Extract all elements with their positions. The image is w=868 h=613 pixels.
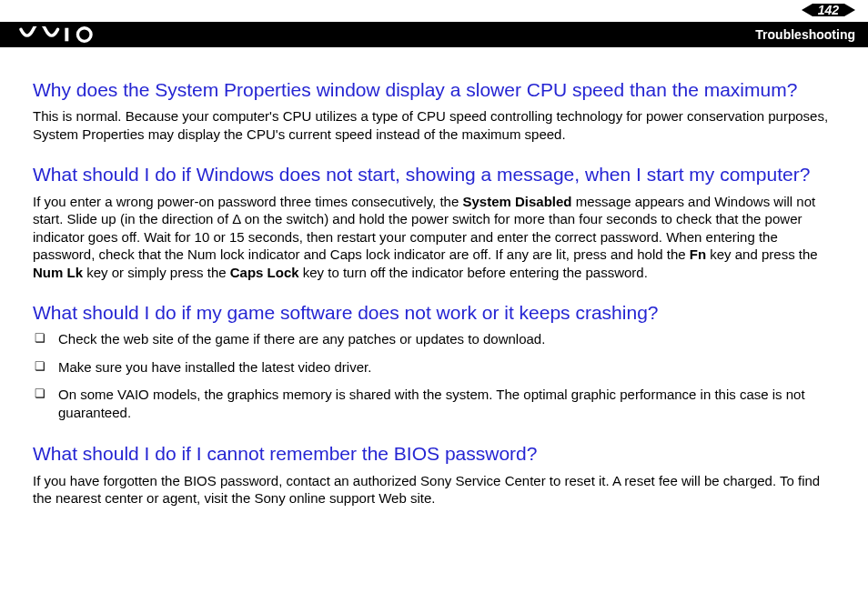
section-label: Troubleshooting [755,27,855,42]
answer-3-list: Check the web site of the game if there … [33,330,835,422]
svg-rect-0 [65,28,68,42]
answer-2-bold-capslock: Caps Lock [230,265,299,280]
prev-page-arrow[interactable] [802,4,812,16]
content-area: Why does the System Properties window di… [0,47,868,546]
question-2: What should I do if Windows does not sta… [33,163,835,186]
vaio-logo-svg [16,26,107,43]
vaio-logo [16,25,107,44]
list-item: Make sure you have installed the latest … [33,358,835,377]
answer-2-text: key or simply press the [83,265,230,280]
page-number: 142 [812,4,844,16]
question-1: Why does the System Properties window di… [33,78,835,102]
question-4: What should I do if I cannot remember th… [33,442,835,466]
svg-point-1 [77,28,91,42]
answer-2-bold-fn: Fn [690,246,706,262]
answer-4: If you have forgotten the BIOS password,… [33,472,835,507]
answer-2-text: If you enter a wrong power-on password t… [33,194,462,209]
next-page-arrow[interactable] [844,4,855,16]
page-navigator: 142 [802,4,855,16]
list-item: On some VAIO models, the graphics memory… [33,386,835,423]
header-bar: Troubleshooting [0,22,868,47]
answer-2-text: key and press the [706,246,818,262]
answer-2-bold-system-disabled: System Disabled [462,194,571,209]
top-white-bar: 142 [0,0,868,22]
answer-2-text: key to turn off the indicator before ent… [299,265,648,280]
list-item: Check the web site of the game if there … [33,330,835,348]
answer-2: If you enter a wrong power-on password t… [33,193,835,282]
question-3: What should I do if my game software doe… [33,301,835,325]
answer-1: This is normal. Because your computer's … [33,107,835,143]
answer-2-bold-numlk: Num Lk [33,265,83,280]
